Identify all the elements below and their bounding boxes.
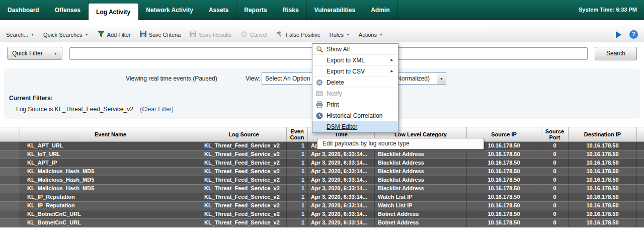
column-header-log_source[interactable]: Log Source xyxy=(201,127,287,142)
cell-source_port: 0 xyxy=(541,202,569,210)
cell-category: Botnet Address xyxy=(375,210,467,219)
menu-item-label: Notify xyxy=(327,90,342,97)
cell-count: 1 xyxy=(287,202,308,210)
cell-event_name: KL_Malicious_Hash_MD5 xyxy=(20,176,201,185)
cell-event_name: KL_BotnetCnC_URL xyxy=(20,219,201,227)
cell-source_ip: 10.16.178.50 xyxy=(467,159,541,168)
table-row[interactable]: KL_APT_IPKL_Threat_Feed_Service_v21Apr 3… xyxy=(0,159,644,168)
cell-category: Blacklist Address xyxy=(375,168,467,176)
menu-item-show-all[interactable]: Show All xyxy=(312,44,398,55)
cell-dest_port xyxy=(637,219,644,227)
cell-category: Blacklist Address xyxy=(375,150,467,159)
cell-source_port: 0 xyxy=(541,159,569,168)
cell-time: Apr 3, 2020, 6:33:14... xyxy=(308,210,375,219)
cell-source_port: 0 xyxy=(541,193,569,202)
tooltip: Edit payloads by log source type xyxy=(317,138,484,149)
submenu-arrow-icon: ► xyxy=(390,58,394,62)
filter-text: Log Source is KL_Threat_Feed_Service_v2 xyxy=(16,106,133,113)
cell-source_port: 0 xyxy=(541,176,569,185)
tab-dashboard[interactable]: Dashboard xyxy=(0,0,47,20)
cell-count: 1 xyxy=(287,176,308,185)
table-row[interactable]: KL_Malicious_Hash_MD5KL_Threat_Feed_Serv… xyxy=(0,176,644,185)
toolbar-item-save-criteria[interactable]: Save Criteria xyxy=(140,31,181,38)
tab-risks[interactable]: Risks xyxy=(275,0,307,20)
cell-dest_port xyxy=(637,168,644,176)
toolbar-item-false-positive[interactable]: False Positive xyxy=(276,31,320,38)
cell-dest_ip: 10.16.178.50 xyxy=(569,168,637,176)
column-header-event_name[interactable]: Event Name xyxy=(20,127,201,142)
notify-icon xyxy=(315,90,324,97)
add-filter-icon xyxy=(98,31,105,38)
column-header-dest_ip[interactable]: Destination IP xyxy=(569,127,637,142)
toolbar-item-quick-searches[interactable]: Quick Searches▼ xyxy=(43,32,89,38)
menu-item-label: Print xyxy=(327,101,339,108)
menu-item-export-to-csv[interactable]: Export to CSV► xyxy=(312,66,398,77)
table-row[interactable]: KL_IP_ReputationKL_Threat_Feed_Service_v… xyxy=(0,202,644,210)
table-row[interactable]: KL_IP_ReputationKL_Threat_Feed_Service_v… xyxy=(0,193,644,202)
tab-vulnerabilities[interactable]: Vulnerabilities xyxy=(307,0,364,20)
tab-network-activity[interactable]: Network Activity xyxy=(138,0,201,20)
toolbar-item-search[interactable]: Search...▼ xyxy=(6,32,34,38)
table-row[interactable]: KL_BotnetCnC_URLKL_Threat_Feed_Service_v… xyxy=(0,210,644,219)
toolbar-item-label: Rules xyxy=(330,32,344,38)
column-header-dest_port[interactable]: DeP xyxy=(637,127,644,142)
cell-dest_port xyxy=(637,193,644,202)
cell-dest_ip: 10.16.178.50 xyxy=(569,193,637,202)
cell-dest_ip: 10.16.178.50 xyxy=(569,159,637,168)
cell-source_ip: 10.16.178.50 xyxy=(467,202,541,210)
cell-gutter xyxy=(0,202,20,210)
toolbar-item-actions[interactable]: Actions▼ xyxy=(359,32,383,38)
cell-source_ip: 10.16.178.50 xyxy=(467,150,541,159)
table-row[interactable]: KL_Malicious_Hash_MD5KL_Threat_Feed_Serv… xyxy=(0,185,644,193)
cell-gutter xyxy=(0,168,20,176)
cell-source_port: 0 xyxy=(541,168,569,176)
tab-log-activity[interactable]: Log Activity xyxy=(89,4,138,20)
menu-item-export-to-xml[interactable]: Export to XML► xyxy=(312,55,398,66)
table-row[interactable]: KL_IoT_URLKL_Threat_Feed_Service_v21Apr … xyxy=(0,150,644,159)
tab-admin[interactable]: Admin xyxy=(363,0,397,20)
cell-log_source: KL_Threat_Feed_Service_v2 xyxy=(201,150,287,159)
table-row[interactable]: KL_Malicious_Hash_MD5KL_Threat_Feed_Serv… xyxy=(0,168,644,176)
table-body: KL_APT_URLKL_Threat_Feed_Service_v21Apr … xyxy=(0,142,644,227)
cell-time: Apr 3, 2020, 6:33:14... xyxy=(308,168,375,176)
menu-item-label: Show All xyxy=(327,46,350,53)
clear-filter-link[interactable]: (Clear Filter) xyxy=(140,106,174,113)
toolbar-item-label: Save Criteria xyxy=(149,32,181,38)
cell-category: Blacklist Address xyxy=(375,159,467,168)
tab-reports[interactable]: Reports xyxy=(236,0,275,20)
current-filters-label: Current Filters: xyxy=(9,95,53,102)
help-icon[interactable]: ? xyxy=(629,30,638,39)
toolbar-item-rules[interactable]: Rules▼ xyxy=(330,32,350,38)
tab-offenses[interactable]: Offenses xyxy=(47,0,89,20)
chevron-down-icon: ▼ xyxy=(85,33,89,36)
menu-item-label: Historical Correlation xyxy=(327,112,382,119)
toolbar-item-add-filter[interactable]: Add Filter xyxy=(98,31,131,38)
column-header-source_port[interactable]: SourcePort xyxy=(541,127,569,142)
cell-log_source: KL_Threat_Feed_Service_v2 xyxy=(201,142,287,150)
menu-item-dsm-editor[interactable]: DSM Editor xyxy=(312,121,398,132)
current-filter-line: Log Source is KL_Threat_Feed_Service_v2 … xyxy=(16,106,174,113)
quick-filter-dropdown[interactable]: Quick Filter ▼ xyxy=(7,47,62,60)
menu-item-print[interactable]: Print xyxy=(312,99,398,110)
play-icon[interactable] xyxy=(616,31,621,38)
search-button[interactable]: Search xyxy=(595,47,637,60)
cell-event_name: KL_IoT_URL xyxy=(20,150,201,159)
cell-log_source: KL_Threat_Feed_Service_v2 xyxy=(201,159,287,168)
cell-count: 1 xyxy=(287,210,308,219)
menu-item-notify[interactable]: Notify xyxy=(312,88,398,99)
cell-source_port: 0 xyxy=(541,142,569,150)
column-header-count[interactable]: EvenCoun xyxy=(287,127,308,142)
cell-count: 1 xyxy=(287,142,308,150)
menu-item-historical-correlation[interactable]: Historical Correlation xyxy=(312,110,398,121)
save-icon xyxy=(140,31,146,38)
tab-assets[interactable]: Assets xyxy=(201,0,236,20)
print-icon xyxy=(315,101,324,108)
table-row[interactable]: KL_BotnetCnC_URLKL_Threat_Feed_Service_v… xyxy=(0,219,644,227)
menu-item-delete[interactable]: Delete xyxy=(312,77,398,88)
cell-dest_ip: 10.16.178.50 xyxy=(569,202,637,210)
cell-count: 1 xyxy=(287,193,308,202)
nav-gap xyxy=(0,20,644,27)
cell-time: Apr 3, 2020, 6:33:14... xyxy=(308,202,375,210)
cell-gutter xyxy=(0,185,20,193)
cell-count: 1 xyxy=(287,159,308,168)
